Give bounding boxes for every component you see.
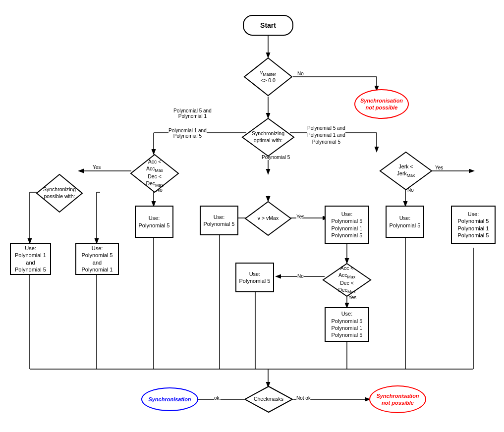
use-poly5-1-5-a: Use:Polynomial 5Polynomial 1Polynomial 5 [325, 206, 369, 244]
label-ok: ok. [214, 395, 221, 401]
use-poly5-d-label: Use:Polynomial 5 [390, 215, 421, 229]
diamond-sync-possible-label: Synchronizingpossible with: [43, 186, 76, 200]
diamond-acc: Acc < AccMaxDec < DecMax [130, 154, 179, 193]
diamond-jerk: Jerk < JerkMax [379, 151, 433, 191]
use-poly5-b-label: Use:Polynomial 5 [204, 214, 235, 228]
start-label: Start [260, 21, 276, 30]
use-poly5-1-5-c-label: Use:Polynomial 5Polynomial 1Polynomial 5 [458, 211, 489, 239]
diamond-checkmasks: Checkmasks [244, 385, 293, 413]
use-poly5-c: Use:Polynomial 5 [235, 263, 274, 292]
diamond-v-vmax-label: v > vMax [258, 215, 279, 222]
diamond-sync-optimal-label: Synchronizingoptimal with: [252, 130, 284, 144]
use-poly5-1-label: Use:Polynomial 5 andPolynomial 1 [76, 245, 118, 273]
label-poly5-poly1-left: Polynomial 5 andPolynomial 1 [173, 108, 212, 119]
diamond-checkmasks-label: Checkmasks [254, 396, 283, 403]
label-yes-acc: Yes [93, 164, 101, 170]
label-poly1-poly5: Polynomial 1 andPolynomial 5 [168, 128, 207, 139]
label-no-top: No [297, 71, 304, 76]
diamond-vmaster: vMaster<> 0.0 [243, 57, 293, 97]
diamond-acc2-label: Acc < AccMaxDec < DecMax [335, 265, 359, 295]
sync-not-possible-bottom-label: Synchronisationnot possible [376, 392, 419, 407]
diamond-sync-optimal: Synchronizingoptimal with: [241, 117, 295, 157]
start-node: Start [243, 15, 293, 36]
sync-result: Synchronisation [141, 387, 198, 411]
use-poly5-1: Use:Polynomial 5 andPolynomial 1 [75, 243, 119, 275]
sync-not-possible-top: Synchronisationnot possible [354, 89, 409, 119]
use-poly5-1-5-a-label: Use:Polynomial 5Polynomial 1Polynomial 5 [332, 211, 363, 239]
use-poly5-b: Use:Polynomial 5 [200, 206, 238, 235]
diamond-v-vmax: v > vMax [244, 201, 292, 236]
use-poly5-1-5-b-label: Use:Polynomial 5Polynomial 1Polynomial 5 [332, 310, 363, 338]
use-poly5-1-5-c: Use:Polynomial 5Polynomial 1Polynomial 5 [451, 206, 496, 244]
diamond-vmaster-label: vMaster<> 0.0 [260, 69, 276, 84]
label-not-ok: Not ok. [296, 395, 312, 401]
diamond-acc2: Acc < AccMaxDec < DecMax [322, 263, 372, 297]
use-poly5-c-label: Use:Polynomial 5 [239, 270, 271, 285]
use-poly5-a: Use:Polynomial 5 [135, 206, 173, 238]
label-yes-jerk: Yes [435, 165, 443, 170]
use-poly5-a-label: Use:Polynomial 5 [139, 215, 170, 229]
sync-not-possible-bottom: Synchronisationnot possible [369, 385, 426, 413]
diamond-acc-label: Acc < AccMaxDec < DecMax [142, 159, 167, 188]
diamond-jerk-label: Jerk < JerkMax [392, 163, 419, 178]
use-poly5-d: Use:Polynomial 5 [386, 206, 424, 238]
label-no-acc2: No [297, 273, 304, 279]
diamond-sync-possible: Synchronizingpossible with: [36, 173, 83, 213]
sync-not-possible-top-label: Synchronisationnot possible [360, 97, 403, 111]
label-yes-vmax: Yes [296, 214, 304, 219]
use-poly5-1-5-b: Use:Polynomial 5Polynomial 1Polynomial 5 [325, 307, 369, 342]
use-poly1-5: Use:Polynomial 1 andPolynomial 5 [10, 243, 51, 275]
sync-result-label: Synchronisation [148, 396, 191, 403]
label-poly5-1-5-right: Polynomial 5 andPolynomial 1 andPolynomi… [307, 125, 345, 146]
use-poly1-5-label: Use:Polynomial 1 andPolynomial 5 [11, 245, 50, 273]
